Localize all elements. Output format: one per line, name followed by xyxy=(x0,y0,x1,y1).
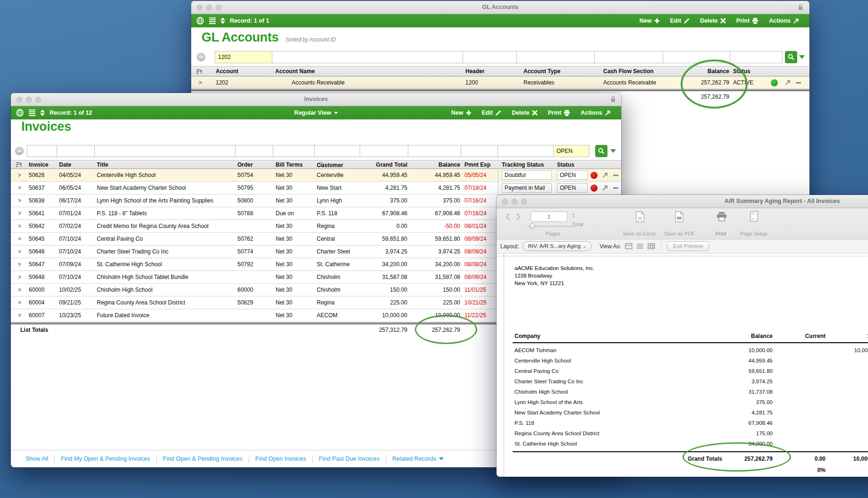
col-date[interactable]: Date xyxy=(57,160,95,169)
search-order-field[interactable] xyxy=(236,145,273,157)
traffic-lights[interactable] xyxy=(17,97,41,102)
cell-status[interactable]: OPEN xyxy=(554,169,590,182)
new-button[interactable]: New xyxy=(640,17,660,24)
edit-button[interactable]: Edit xyxy=(482,110,502,116)
col-status[interactable]: Status xyxy=(729,67,772,76)
search-tracking-field[interactable] xyxy=(498,145,554,157)
minimize-icon[interactable] xyxy=(512,199,517,204)
search-customer-field[interactable] xyxy=(315,145,360,157)
col-pmnt-exp[interactable]: Pmnt Exp xyxy=(461,160,498,169)
delete-button[interactable]: Delete xyxy=(512,110,538,116)
search-date-field[interactable] xyxy=(57,145,95,157)
col-account-name[interactable]: Account Name xyxy=(272,67,463,76)
print-button[interactable]: Print xyxy=(736,17,758,24)
omit-record-icon[interactable] xyxy=(613,187,618,189)
col-bill-terms[interactable]: Bill Terms xyxy=(273,160,315,169)
go-to-record-icon[interactable] xyxy=(602,172,608,178)
close-icon[interactable] xyxy=(502,199,508,204)
exit-preview-button[interactable]: Exit Preview xyxy=(667,241,709,251)
cell-status[interactable]: OPEN xyxy=(554,182,590,194)
record-stepper-icon[interactable] xyxy=(40,110,45,116)
find-my-open-pending-button[interactable]: Find My Open & Pending Invoices xyxy=(55,456,156,462)
search-status-field[interactable] xyxy=(730,51,783,63)
print-button[interactable]: Print xyxy=(548,110,570,116)
col-header[interactable]: Header xyxy=(463,67,517,76)
save-as-excel-label[interactable]: Save as Excel xyxy=(623,231,656,236)
search-name-field[interactable] xyxy=(272,51,463,63)
row-arrow-icon[interactable]: > xyxy=(11,284,27,296)
col-tracking-status[interactable]: Tracking Status xyxy=(502,160,544,169)
col-balance[interactable]: Balance xyxy=(663,67,729,76)
view-list-icon[interactable] xyxy=(636,243,644,249)
row-arrow-icon[interactable]: > xyxy=(11,220,27,233)
row-arrow-icon[interactable]: > xyxy=(11,194,27,207)
globe-icon[interactable] xyxy=(196,17,204,25)
page-slider[interactable] xyxy=(528,226,575,227)
page-setup-label[interactable]: Page Setup xyxy=(740,231,767,236)
minimize-icon[interactable] xyxy=(206,5,212,10)
traffic-lights[interactable] xyxy=(502,199,527,204)
search-title-field[interactable] xyxy=(95,145,236,157)
remove-criteria-button[interactable] xyxy=(15,147,24,155)
col-balance[interactable]: Balance xyxy=(408,160,460,169)
row-arrow-icon[interactable]: > xyxy=(11,271,27,284)
next-page-icon[interactable] xyxy=(515,212,521,221)
show-all-button[interactable]: Show All xyxy=(19,456,54,462)
search-grand-field[interactable] xyxy=(360,145,408,157)
edit-button[interactable]: Edit xyxy=(670,17,690,24)
prev-page-icon[interactable] xyxy=(505,212,511,221)
search-balance-field[interactable] xyxy=(408,145,461,157)
search-terms-field[interactable] xyxy=(273,145,315,157)
find-past-due-button[interactable]: Find Past Due Invoices xyxy=(313,456,386,462)
save-as-excel-icon[interactable] xyxy=(636,211,644,222)
search-status-field[interactable]: OPEN xyxy=(554,145,590,157)
list-view-icon[interactable] xyxy=(209,17,216,25)
view-table-icon[interactable] xyxy=(648,243,655,249)
find-open-pending-button[interactable]: Find Open & Pending Invoices xyxy=(157,456,249,462)
sort-icon[interactable] xyxy=(16,161,22,168)
related-records-button[interactable]: Related Records xyxy=(386,456,450,462)
search-button[interactable] xyxy=(595,145,607,157)
invoice-row[interactable]: > 50637 06/05/24 New Start Academy Chart… xyxy=(11,182,621,194)
report-titlebar[interactable]: A/R Summary Aging Report - All Invoices xyxy=(497,195,868,208)
search-options-dropdown[interactable] xyxy=(799,55,805,59)
page-setup-icon[interactable] xyxy=(750,211,758,222)
traffic-lights[interactable] xyxy=(197,5,221,10)
row-arrow-icon[interactable]: > xyxy=(11,309,27,322)
row-arrow-icon[interactable]: > xyxy=(11,233,27,245)
find-open-invoices-button[interactable]: Find Open Invoices xyxy=(249,456,312,462)
new-button[interactable]: New xyxy=(451,110,472,116)
col-title[interactable]: Title xyxy=(95,160,236,169)
search-header-field[interactable] xyxy=(463,51,517,63)
save-as-pdf-label[interactable]: Save as PDF xyxy=(664,231,695,236)
zoom-icon[interactable] xyxy=(216,5,221,10)
col-cash-flow[interactable]: Cash Flow Section xyxy=(595,67,663,76)
row-arrow-icon[interactable]: > xyxy=(11,207,27,220)
zoom-icon[interactable] xyxy=(35,97,41,102)
delete-button[interactable]: Delete xyxy=(700,17,726,24)
actions-button[interactable]: Actions xyxy=(769,17,799,24)
print-label[interactable]: Print xyxy=(716,231,726,236)
zoom-icon[interactable] xyxy=(521,199,527,204)
omit-record-icon[interactable] xyxy=(796,82,801,84)
col-customer[interactable]: Customer xyxy=(315,160,360,169)
globe-icon[interactable] xyxy=(16,109,24,117)
close-icon[interactable] xyxy=(17,97,22,102)
print-icon[interactable] xyxy=(716,212,727,221)
cell-tracking-status[interactable]: Doubtful xyxy=(498,169,554,182)
save-as-pdf-icon[interactable] xyxy=(675,211,683,222)
search-balance-field[interactable] xyxy=(663,51,730,63)
cell-tracking-status[interactable]: Payment in Mail xyxy=(498,182,554,194)
slider-thumb[interactable] xyxy=(530,223,535,229)
search-cashflow-field[interactable] xyxy=(595,51,663,63)
col-status[interactable]: Status xyxy=(557,160,574,169)
go-to-record-icon[interactable] xyxy=(784,79,791,86)
gl-row[interactable]: > 1202 Accounts Receivable 1200 Receivab… xyxy=(191,76,809,89)
actions-button[interactable]: Actions xyxy=(581,110,611,116)
page-number-input[interactable]: 1 xyxy=(531,211,567,222)
view-form-icon[interactable] xyxy=(625,243,632,249)
search-pmnt-field[interactable] xyxy=(461,145,498,157)
col-invoice[interactable]: Invoice xyxy=(27,160,57,169)
search-account-field[interactable]: 1202 xyxy=(215,51,272,63)
row-arrow-icon[interactable]: > xyxy=(11,258,27,271)
